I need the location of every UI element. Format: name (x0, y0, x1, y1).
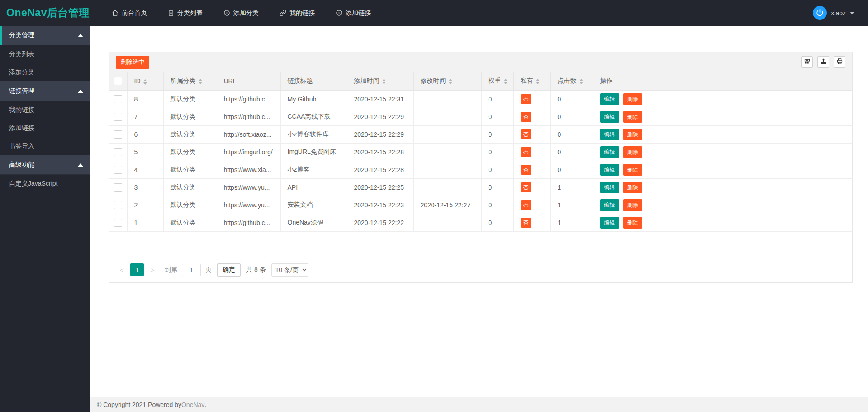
nav-item-4[interactable]: 我的链接 (269, 0, 325, 26)
cell-id: 2 (127, 196, 163, 214)
edit-button[interactable]: 编辑 (600, 164, 619, 176)
goto-confirm-button[interactable]: 确定 (217, 263, 241, 277)
delete-button[interactable]: 删除 (623, 217, 642, 229)
delete-button[interactable]: 删除 (623, 111, 642, 123)
nav-item-label: 分类列表 (177, 9, 203, 17)
private-status-badge: 否 (521, 165, 531, 175)
edit-button[interactable]: 编辑 (600, 111, 619, 123)
sidebar-item[interactable]: 自定义JavaScript (0, 175, 90, 193)
row-checkbox[interactable] (114, 130, 122, 139)
column-header-clicks[interactable]: 点击数 (550, 72, 593, 90)
edit-button[interactable]: 编辑 (600, 146, 619, 158)
row-checkbox[interactable] (114, 201, 122, 209)
sidebar-section-1[interactable]: 分类管理 (0, 26, 90, 45)
cell-id: 3 (127, 178, 163, 196)
edit-button[interactable]: 编辑 (600, 182, 619, 193)
cell-title: API (280, 178, 347, 196)
row-checkbox[interactable] (114, 148, 122, 156)
row-checkbox[interactable] (114, 95, 122, 103)
edit-button[interactable]: 编辑 (600, 199, 619, 211)
sort-icon[interactable] (382, 79, 386, 84)
sidebar-section-title: 链接管理 (9, 87, 34, 95)
sort-icon[interactable] (536, 79, 540, 84)
sidebar-item[interactable]: 添加链接 (0, 119, 90, 137)
delete-button[interactable]: 删除 (623, 129, 642, 140)
column-header-private[interactable]: 私有 (513, 72, 550, 90)
column-header-mod_time[interactable]: 修改时间 (413, 72, 481, 90)
chevron-down-icon (850, 12, 854, 14)
column-header-title: 链接标题 (280, 72, 347, 90)
sidebar-section-title: 高级功能 (9, 161, 34, 169)
column-header-id[interactable]: ID (127, 72, 163, 90)
row-checkbox[interactable] (114, 166, 122, 174)
pagination-next-button[interactable]: > (147, 263, 158, 276)
user-avatar[interactable] (813, 6, 827, 20)
delete-button[interactable]: 删除 (623, 164, 642, 176)
select-all-checkbox[interactable] (114, 77, 122, 85)
cell-add-time: 2020-12-15 22:28 (347, 143, 413, 161)
nav-item-1[interactable]: 前台首页 (101, 0, 157, 26)
cell-mod-time (413, 161, 481, 178)
chevron-right-icon: > (151, 266, 155, 274)
cell-mod-time (413, 125, 481, 143)
sidebar-item[interactable]: 我的链接 (0, 101, 90, 119)
cell-title: 安装文档 (280, 196, 347, 214)
nav-item-5[interactable]: 添加链接 (325, 0, 381, 26)
column-header-category[interactable]: 所属分类 (163, 72, 217, 90)
page-size-select[interactable]: 10 条/页 (271, 263, 308, 277)
delete-button[interactable]: 删除 (623, 146, 642, 158)
sort-icon[interactable] (449, 79, 452, 84)
delete-button[interactable]: 删除 (623, 93, 642, 105)
edit-button[interactable]: 编辑 (600, 93, 619, 105)
private-status-badge: 否 (521, 200, 531, 210)
cell-url: https://www.xia... (217, 161, 280, 178)
nav-item-3[interactable]: 添加分类 (213, 0, 269, 26)
columns-button[interactable] (801, 56, 813, 68)
onenav-footer-link[interactable]: OneNav (181, 401, 204, 408)
cell-clicks: 0 (550, 108, 593, 125)
delete-button[interactable]: 删除 (623, 199, 642, 211)
cell-clicks: 1 (550, 178, 593, 196)
cell-weight: 0 (481, 178, 513, 196)
goto-page-input[interactable] (182, 264, 201, 276)
pagination-current-page: 1 (130, 263, 144, 276)
user-menu[interactable]: xiaoz (813, 6, 868, 20)
sort-icon[interactable] (579, 79, 583, 84)
sidebar-item[interactable]: 添加分类 (0, 63, 90, 81)
nav-item-label: 添加链接 (346, 9, 371, 17)
cell-title: ImgURL免费图床 (280, 143, 347, 161)
delete-button[interactable]: 删除 (623, 182, 642, 193)
cell-actions: 编辑删除 (593, 196, 852, 214)
table-toolbar-icons (801, 56, 845, 68)
delete-selected-button[interactable]: 删除选中 (116, 56, 149, 69)
sidebar-section-2[interactable]: 链接管理 (0, 81, 90, 101)
cell-weight: 0 (481, 125, 513, 143)
edit-button[interactable]: 编辑 (600, 217, 619, 229)
cell-mod-time (413, 178, 481, 196)
column-header-add_time[interactable]: 添加时间 (347, 72, 413, 90)
column-header-weight[interactable]: 权重 (481, 72, 513, 90)
row-checkbox[interactable] (114, 183, 122, 192)
sort-icon[interactable] (199, 79, 202, 84)
cell-id: 6 (127, 125, 163, 143)
print-button[interactable] (834, 56, 845, 68)
cell-title: OneNav源码 (280, 214, 347, 231)
cell-category: 默认分类 (163, 214, 217, 231)
table-toolbar: 删除选中 (109, 52, 852, 72)
cell-add-time: 2020-12-15 22:29 (347, 125, 413, 143)
row-checkbox[interactable] (114, 113, 122, 121)
column-header-url: URL (217, 72, 280, 90)
total-count-label: 共 8 条 (246, 266, 266, 274)
row-checkbox[interactable] (114, 219, 122, 227)
app-logo[interactable]: OneNav后台管理 (0, 6, 90, 20)
sort-icon[interactable] (143, 79, 147, 85)
sort-icon[interactable] (504, 79, 508, 84)
edit-button[interactable]: 编辑 (600, 129, 619, 140)
export-button[interactable] (817, 56, 829, 68)
sidebar-item[interactable]: 书签导入 (0, 137, 90, 155)
nav-item-2[interactable]: 分类列表 (157, 0, 213, 26)
sidebar-section-3[interactable]: 高级功能 (0, 155, 90, 175)
sidebar-item[interactable]: 分类列表 (0, 45, 90, 63)
cell-title: CCAA离线下载 (280, 108, 347, 125)
pagination-prev-button[interactable]: < (116, 263, 128, 276)
